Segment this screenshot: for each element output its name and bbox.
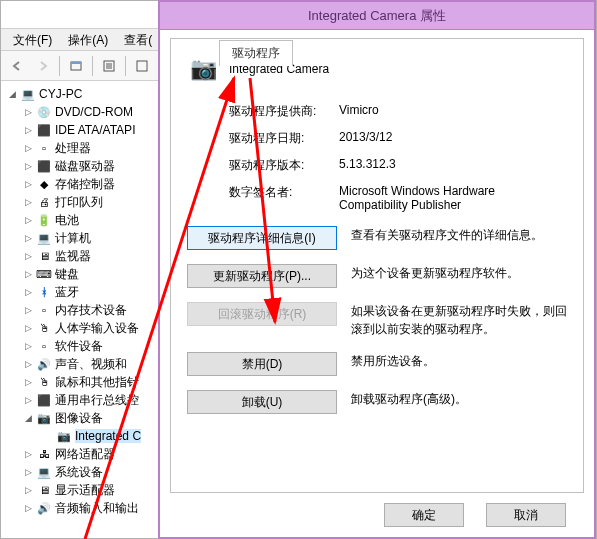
tree-item-label: 网络适配器 — [55, 446, 115, 463]
expand-icon[interactable]: ▷ — [23, 377, 34, 388]
cancel-button[interactable]: 取消 — [486, 503, 566, 527]
tree-item[interactable]: ▷🖨打印队列 — [3, 193, 159, 211]
expand-icon[interactable]: ▷ — [23, 197, 34, 208]
tree-item[interactable]: ▷▫内存技术设备 — [3, 301, 159, 319]
tree-item[interactable]: ▷💿DVD/CD-ROM — [3, 103, 159, 121]
device-icon: ⬛ — [36, 392, 52, 408]
tree-item[interactable]: ▷⬛通用串行总线控 — [3, 391, 159, 409]
version-label: 驱动程序版本: — [229, 157, 339, 174]
svg-rect-1 — [71, 62, 81, 64]
device-icon: ▫ — [36, 338, 52, 354]
tree-root-label: CYJ-PC — [39, 87, 82, 101]
update-driver-button[interactable]: 更新驱动程序(P)... — [187, 264, 337, 288]
menu-file[interactable]: 文件(F) — [5, 29, 60, 50]
tree-item-label: 图像设备 — [55, 410, 103, 427]
tree-item[interactable]: ▷🖥显示适配器 — [3, 481, 159, 499]
device-icon: ⌨ — [36, 266, 52, 282]
tree-item[interactable]: ▷▫软件设备 — [3, 337, 159, 355]
uninstall-desc: 卸载驱动程序(高级)。 — [351, 390, 567, 408]
tree-item-label: 存储控制器 — [55, 176, 115, 193]
uninstall-button[interactable]: 卸载(U) — [187, 390, 337, 414]
collapse-icon[interactable]: ◢ — [7, 89, 18, 100]
tree-item[interactable]: ▷💻系统设备 — [3, 463, 159, 481]
tree-item[interactable]: ▷🔊音频输入和输出 — [3, 499, 159, 517]
tree-item-label: 内存技术设备 — [55, 302, 127, 319]
tab-driver[interactable]: 驱动程序 — [219, 40, 293, 66]
tree-item-label: 键盘 — [55, 266, 79, 283]
separator — [59, 56, 60, 76]
menu-action[interactable]: 操作(A) — [60, 29, 116, 50]
tree-item-label: 打印队列 — [55, 194, 103, 211]
tree-item-label: DVD/CD-ROM — [55, 105, 133, 119]
tree-item[interactable]: ▷◆存储控制器 — [3, 175, 159, 193]
expand-icon[interactable]: ▷ — [23, 287, 34, 298]
tree-item[interactable]: ▷▫处理器 — [3, 139, 159, 157]
tree-item-label: 软件设备 — [55, 338, 103, 355]
expand-icon[interactable]: ◢ — [23, 413, 34, 424]
expand-icon[interactable]: ▷ — [23, 341, 34, 352]
forward-button[interactable] — [31, 54, 55, 78]
tree-root[interactable]: ◢ 💻 CYJ-PC — [3, 85, 159, 103]
back-button[interactable] — [5, 54, 29, 78]
expand-icon[interactable]: ▷ — [23, 179, 34, 190]
tree-item[interactable]: ▷⬛磁盘驱动器 — [3, 157, 159, 175]
tree-item[interactable]: ▷⬛IDE ATA/ATAPI — [3, 121, 159, 139]
driver-details-button[interactable]: 驱动程序详细信息(I) — [187, 226, 337, 250]
tree-item[interactable]: ▷🔊声音、视频和 — [3, 355, 159, 373]
tree-item-label: 计算机 — [55, 230, 91, 247]
device-icon: ▫ — [36, 302, 52, 318]
expand-icon[interactable]: ▷ — [23, 143, 34, 154]
tree-item[interactable]: ▷⌨键盘 — [3, 265, 159, 283]
date-value: 2013/3/12 — [339, 130, 567, 147]
tree-item[interactable]: ▷🔋电池 — [3, 211, 159, 229]
tree-item-camera[interactable]: 📷Integrated C — [3, 427, 159, 445]
expand-icon[interactable]: ▷ — [23, 251, 34, 262]
ok-button[interactable]: 确定 — [384, 503, 464, 527]
expand-icon[interactable]: ▷ — [23, 467, 34, 478]
tree-item[interactable]: ▷🖧网络适配器 — [3, 445, 159, 463]
expand-icon[interactable]: ▷ — [23, 107, 34, 118]
expand-icon[interactable]: ▷ — [23, 503, 34, 514]
signer-value: Microsoft Windows Hardware Compatibility… — [339, 184, 567, 212]
tree-item-label: 系统设备 — [55, 464, 103, 481]
signer-label: 数字签名者: — [229, 184, 339, 212]
camera-icon: 📷 — [187, 53, 219, 85]
toolbar-btn-1[interactable] — [64, 54, 88, 78]
tree-item[interactable]: ▷🖱人体学输入设备 — [3, 319, 159, 337]
version-value: 5.13.312.3 — [339, 157, 567, 174]
menu-view[interactable]: 查看( — [116, 29, 160, 50]
toolbar-btn-2[interactable] — [97, 54, 121, 78]
device-icon: 📷 — [36, 410, 52, 426]
toolbar-btn-3[interactable] — [130, 54, 154, 78]
tree-item[interactable]: ◢📷图像设备 — [3, 409, 159, 427]
computer-icon: 💻 — [20, 86, 36, 102]
device-icon: ⬛ — [36, 158, 52, 174]
expand-icon[interactable]: ▷ — [23, 161, 34, 172]
expand-icon[interactable]: ▷ — [23, 215, 34, 226]
tree-item[interactable]: ▷🖱鼠标和其他指针 — [3, 373, 159, 391]
date-label: 驱动程序日期: — [229, 130, 339, 147]
tree-item[interactable]: ▷🖥监视器 — [3, 247, 159, 265]
device-icon: 🔊 — [36, 356, 52, 372]
disable-button[interactable]: 禁用(D) — [187, 352, 337, 376]
expand-icon[interactable]: ▷ — [23, 323, 34, 334]
camera-icon: 📷 — [56, 428, 72, 444]
expand-icon[interactable]: ▷ — [23, 449, 34, 460]
expand-icon[interactable]: ▷ — [23, 305, 34, 316]
tree-item[interactable]: ▷💻计算机 — [3, 229, 159, 247]
expand-icon[interactable]: ▷ — [23, 269, 34, 280]
expand-icon[interactable]: ▷ — [23, 233, 34, 244]
driver-details-desc: 查看有关驱动程序文件的详细信息。 — [351, 226, 567, 244]
tree-item-label: 声音、视频和 — [55, 356, 127, 373]
expand-icon[interactable]: ▷ — [23, 395, 34, 406]
expand-icon[interactable]: ▷ — [23, 485, 34, 496]
expand-icon[interactable]: ▷ — [23, 359, 34, 370]
expand-icon[interactable]: ▷ — [23, 125, 34, 136]
tree-item-label: 显示适配器 — [55, 482, 115, 499]
device-icon: 🖨 — [36, 194, 52, 210]
device-tree[interactable]: ◢ 💻 CYJ-PC ▷💿DVD/CD-ROM▷⬛IDE ATA/ATAPI▷▫… — [1, 83, 159, 538]
tree-item-label: 磁盘驱动器 — [55, 158, 115, 175]
tree-item[interactable]: ▷ᚼ蓝牙 — [3, 283, 159, 301]
rollback-driver-button: 回滚驱动程序(R) — [187, 302, 337, 326]
device-icon: 🔋 — [36, 212, 52, 228]
